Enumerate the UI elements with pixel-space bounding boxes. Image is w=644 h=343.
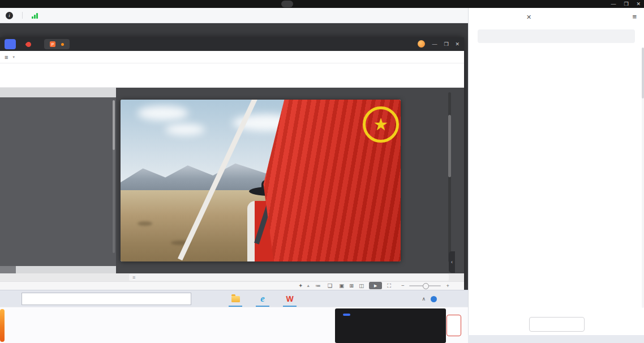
- slide-canvas: ★: [116, 88, 453, 273]
- taskbar-apps: e W: [201, 290, 297, 307]
- taskbar-search-input[interactable]: [29, 295, 156, 303]
- notes-bar: ≡: [0, 273, 464, 281]
- notes-input[interactable]: ≡: [129, 274, 449, 281]
- wps-body: ★ ‹: [0, 88, 464, 273]
- comments-toggle-button[interactable]: ❏: [328, 282, 334, 289]
- docer-logo-icon: [25, 41, 32, 48]
- panel-tabs: [0, 88, 116, 97]
- member-search[interactable]: [478, 29, 635, 43]
- sorter-view-button[interactable]: ⊞: [349, 282, 354, 289]
- wps-minimize-button[interactable]: —: [432, 41, 437, 47]
- members-panel: ✕ ≡: [468, 8, 644, 335]
- wps-ribbon: [0, 63, 464, 88]
- internet-explorer-button[interactable]: e: [255, 290, 270, 307]
- ie-icon: e: [260, 293, 265, 305]
- wps-user-avatar[interactable]: [418, 40, 425, 48]
- panel-bottom-bar: [0, 266, 116, 273]
- top-title-strip: — ❒ ✕: [0, 0, 644, 8]
- minimize-button[interactable]: —: [611, 1, 616, 7]
- member-list-scrollbar[interactable]: [642, 48, 644, 308]
- taskbar-search[interactable]: [22, 293, 191, 305]
- wps-docer-tab[interactable]: [20, 39, 40, 49]
- cloud-app-tray-icon[interactable]: [431, 296, 437, 302]
- tray-expand-icon[interactable]: ∧: [422, 296, 426, 302]
- wps-home-tab[interactable]: [5, 39, 16, 49]
- notes-icon: ≡: [132, 275, 135, 280]
- file-explorer-button[interactable]: [228, 290, 243, 307]
- slide-thumbnail-panel: [0, 88, 116, 266]
- task-view-button[interactable]: [201, 290, 216, 307]
- zoom-slider-knob[interactable]: [423, 283, 429, 289]
- zoom-out-button[interactable]: −: [401, 282, 405, 289]
- ppt-file-icon: P: [50, 41, 55, 47]
- divider: [22, 12, 23, 19]
- member-search-input[interactable]: [486, 32, 601, 40]
- member-list: [469, 48, 644, 310]
- thumbnail-list: [0, 97, 116, 257]
- reading-view-button[interactable]: ◫: [359, 282, 364, 289]
- wps-close-button[interactable]: ✕: [455, 41, 460, 47]
- command-search-input[interactable]: [38, 53, 99, 61]
- network-signal-icon[interactable]: [32, 12, 38, 19]
- close-panel-icon[interactable]: ✕: [526, 14, 531, 21]
- meeting-toolbar: i: [0, 8, 468, 23]
- status-bar-right: ✦ ▲ ≔ ❏ ▣ ⊞ ◫ ▶ ⛶ − +: [298, 281, 449, 290]
- youth-league-emblem-icon: ★: [363, 106, 399, 143]
- audio-level-strip: [0, 309, 5, 342]
- wps-menu-bar: ≡ ▾: [0, 51, 464, 63]
- notes-toggle-button[interactable]: ≔: [315, 282, 323, 289]
- wps-document-tab[interactable]: P: [44, 39, 70, 49]
- current-slide[interactable]: ★: [121, 100, 401, 261]
- wps-maximize-button[interactable]: ❒: [444, 41, 448, 47]
- wps-icon: W: [286, 294, 293, 303]
- close-button[interactable]: ✕: [636, 1, 641, 7]
- end-meeting-button-partial[interactable]: [446, 315, 461, 336]
- thumbnail-scrollbar[interactable]: [113, 100, 115, 253]
- popup-minimize-icon[interactable]: [343, 314, 350, 316]
- slideshow-play-button[interactable]: ▶: [369, 282, 382, 289]
- command-search[interactable]: [36, 53, 99, 61]
- members-header: ✕: [469, 8, 644, 26]
- meeting-window: — ❒ ✕ i ▼ P: [0, 0, 644, 343]
- info-icon: i: [6, 12, 13, 19]
- speaking-status-popup[interactable]: [335, 308, 446, 343]
- members-footer: [469, 317, 644, 332]
- zoom-slider[interactable]: [409, 285, 441, 286]
- wps-window-controls: — ❒ ✕: [418, 40, 460, 48]
- popup-controls: [343, 314, 365, 316]
- windows-taskbar: e W ∧: [0, 290, 468, 307]
- folder-icon: [231, 296, 240, 302]
- normal-view-button[interactable]: ▣: [339, 282, 344, 289]
- wps-office-button[interactable]: W: [282, 290, 297, 307]
- slide-sorter-button[interactable]: [0, 266, 16, 273]
- unsaved-dot-icon: [61, 43, 64, 46]
- red-flag: ★: [263, 100, 401, 261]
- smart-beautify-button[interactable]: ✦ ▲: [298, 282, 310, 289]
- rename-button[interactable]: [529, 317, 585, 332]
- watching-screen-banner[interactable]: [281, 1, 293, 7]
- panel-menu-icon[interactable]: ≡: [632, 12, 637, 21]
- fit-slide-button[interactable]: ⛶: [387, 282, 391, 289]
- maximize-button[interactable]: ❒: [624, 1, 628, 7]
- wps-presentation-window: P — ❒ ✕ ≡ ▾: [0, 37, 464, 290]
- host-taskbar-strip: [468, 335, 644, 343]
- file-menu[interactable]: ≡ ▾: [5, 54, 15, 61]
- system-tray: ∧: [422, 290, 462, 307]
- window-controls: — ❒ ✕: [611, 0, 641, 8]
- canvas-scrollbar[interactable]: [448, 92, 451, 262]
- zoom-in-button[interactable]: +: [446, 282, 449, 289]
- collapse-sidebar-button[interactable]: ‹: [449, 251, 455, 273]
- wps-tab-bar: P — ❒ ✕: [0, 37, 464, 51]
